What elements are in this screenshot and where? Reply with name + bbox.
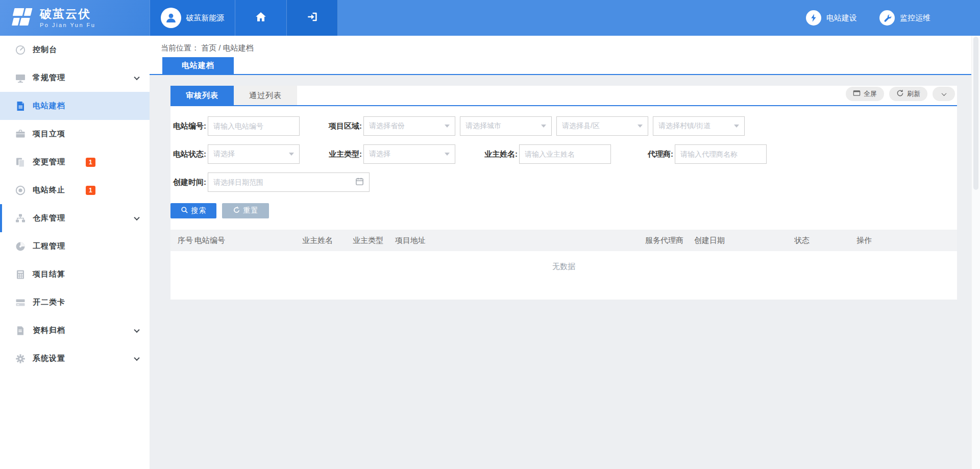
region-label: 项目区域: [326, 121, 362, 131]
sidebar-item-console[interactable]: 控制台 [0, 36, 150, 64]
sidebar-item-archive[interactable]: 资料归档 [0, 316, 150, 344]
col-created-date: 创建日期 [694, 236, 794, 245]
sitemap-icon [15, 213, 26, 224]
sidebar-item-engineering-mgmt[interactable]: 工程管理 [0, 232, 150, 260]
status-badge: 1 [86, 186, 95, 195]
copy-icon [15, 157, 26, 168]
col-actions: 操作 [856, 236, 957, 245]
monitor-icon [15, 72, 26, 84]
main-area: 当前位置： 首页 / 电站建档 电站建档 审核列表 通过列表 [150, 36, 971, 469]
sidebar-item-system-settings[interactable]: 系统设置 [0, 344, 150, 373]
briefcase-icon [15, 129, 26, 140]
search-icon [181, 206, 188, 215]
owner-type-label: 业主类型: [326, 150, 362, 159]
topbar-spacer [338, 0, 806, 36]
city-select[interactable]: 请选择城市 [460, 116, 552, 136]
logout-button[interactable] [286, 0, 338, 36]
archive-doc-icon [15, 325, 26, 336]
lightning-icon [806, 10, 821, 26]
sidebar-item-station-termination[interactable]: 电站终止 1 [0, 176, 150, 204]
col-station-no: 电站编号 [194, 236, 302, 245]
agent-input[interactable] [675, 144, 767, 164]
collapse-button[interactable] [933, 87, 955, 101]
fullscreen-icon [853, 89, 861, 98]
col-service-agent: 服务代理商 [645, 236, 694, 245]
chevron-down-icon [134, 327, 139, 332]
dropdown-arrow-icon [734, 125, 739, 128]
nav-monitor-ops-label: 监控运维 [900, 13, 930, 23]
chevron-down-icon [134, 74, 139, 80]
station-status-label: 电站状态: [170, 150, 206, 159]
sidebar-item-general-mgmt[interactable]: 常规管理 [0, 64, 150, 92]
brand-logo-icon [9, 7, 35, 29]
tab-review-list[interactable]: 审核列表 [170, 86, 234, 105]
town-select[interactable]: 请选择村镇/街道 [653, 116, 745, 136]
col-owner-type: 业主类型 [353, 236, 395, 245]
chevron-down-icon [134, 214, 139, 220]
province-select[interactable]: 请选择省份 [363, 116, 455, 136]
document-icon [15, 101, 26, 112]
stop-circle-icon [15, 185, 26, 196]
breadcrumb: 当前位置： 首页 / 电站建档 [150, 36, 971, 53]
breadcrumb-separator: / [218, 43, 223, 52]
station-no-label: 电站编号: [170, 121, 206, 131]
sidebar-item-project-initiation[interactable]: 项目立项 [0, 120, 150, 148]
date-range-picker[interactable] [208, 172, 370, 192]
breadcrumb-bar: 当前位置： 首页 / 电站建档 电站建档 [150, 36, 971, 75]
owner-name-input[interactable] [519, 144, 611, 164]
date-range-input[interactable] [213, 178, 355, 186]
company-name: 破茧新能源 [186, 13, 225, 23]
content: 审核列表 通过列表 全屏 [150, 75, 971, 300]
dashboard-icon [15, 44, 26, 56]
active-indicator [0, 204, 2, 232]
gear-icon [15, 353, 26, 364]
empty-state: 无数据 [170, 251, 957, 282]
calculator-icon [15, 269, 26, 280]
brand-logo: 破茧云伏 Po Jian Yun Fu [0, 0, 150, 36]
reset-button[interactable]: 重置 [222, 203, 269, 218]
dropdown-arrow-icon [638, 125, 643, 128]
tab-passed-list[interactable]: 通过列表 [234, 86, 297, 105]
dropdown-arrow-icon [445, 125, 450, 128]
sidebar-item-type2-card[interactable]: 开二类卡 [0, 288, 150, 316]
created-time-label: 创建时间: [170, 178, 206, 187]
dropdown-arrow-icon [445, 153, 450, 156]
breadcrumb-current: 电站建档 [223, 43, 254, 52]
county-select[interactable]: 请选择县/区 [556, 116, 648, 136]
page-scrollbar[interactable] [971, 36, 980, 469]
results-table: 序号 电站编号 业主姓名 业主类型 项目地址 服务代理商 创建日期 状态 操作 … [170, 230, 957, 282]
filter-form: 电站编号: 项目区域: 请选择省份 请选择城市 [170, 106, 957, 218]
agent-label: 代理商: [638, 150, 673, 159]
col-owner-name: 业主姓名 [302, 236, 353, 245]
home-button[interactable] [235, 0, 286, 36]
col-seq: 序号 [170, 236, 194, 245]
sidebar-item-warehouse-mgmt[interactable]: 仓库管理 [0, 204, 150, 232]
refresh-icon [896, 89, 904, 98]
owner-name-label: 业主姓名: [482, 150, 518, 159]
topbar: 破茧云伏 Po Jian Yun Fu 破茧新能源 [0, 0, 980, 36]
dropdown-arrow-icon [541, 125, 546, 128]
search-button[interactable]: 搜索 [170, 203, 216, 218]
status-badge: 1 [86, 158, 95, 167]
brand-subtitle: Po Jian Yun Fu [40, 22, 95, 28]
brand-title: 破茧云伏 [40, 8, 95, 20]
sidebar-item-project-settlement[interactable]: 项目结算 [0, 260, 150, 288]
nav-station-construction[interactable]: 电站建设 [806, 10, 857, 26]
col-status: 状态 [794, 236, 856, 245]
calendar-icon [355, 177, 364, 188]
scrollbar-thumb[interactable] [973, 37, 978, 190]
refresh-button[interactable]: 刷新 [889, 87, 927, 101]
owner-type-select[interactable]: 请选择 [363, 144, 455, 164]
home-icon [255, 11, 267, 25]
topbar-user-menu[interactable]: 破茧新能源 [150, 0, 235, 36]
page-tab-station-filing[interactable]: 电站建档 [162, 57, 234, 74]
user-avatar-icon [161, 8, 181, 28]
station-no-input[interactable] [208, 116, 300, 136]
sidebar-item-change-mgmt[interactable]: 变更管理 1 [0, 148, 150, 176]
nav-monitor-ops[interactable]: 监控运维 [879, 10, 930, 26]
sidebar-item-station-filing[interactable]: 电站建档 [0, 92, 150, 120]
panel: 审核列表 通过列表 全屏 [170, 86, 957, 300]
station-status-select[interactable]: 请选择 [208, 144, 300, 164]
fullscreen-button[interactable]: 全屏 [846, 87, 884, 101]
breadcrumb-home-link[interactable]: 首页 [201, 43, 216, 52]
